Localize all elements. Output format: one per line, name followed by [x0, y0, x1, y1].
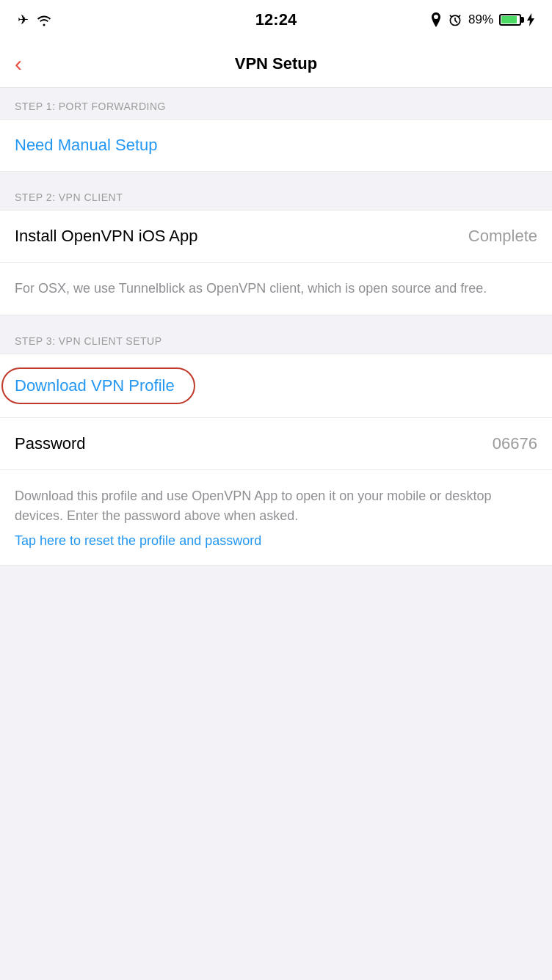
install-status-label: Complete [468, 227, 537, 246]
step2-description-text: For OSX, we use Tunnelblick as OpenVPN c… [15, 281, 487, 296]
step1-content-row[interactable]: Need Manual Setup [0, 119, 552, 172]
reset-profile-link[interactable]: Tap here to reset the profile and passwo… [15, 533, 537, 549]
status-right-icons: 89% [430, 12, 534, 27]
battery-icon [499, 14, 521, 26]
password-label: Password [15, 434, 86, 453]
battery-indicator [499, 14, 521, 26]
download-vpn-profile-container[interactable]: Download VPN Profile [15, 370, 175, 401]
install-openvpn-label: Install OpenVPN iOS App [15, 227, 197, 246]
back-button[interactable]: ‹ [15, 53, 22, 75]
nav-bar: ‹ VPN Setup [0, 40, 552, 88]
step1-section-header: STEP 1: PORT FORWARDING [0, 88, 552, 119]
download-vpn-profile-link[interactable]: Download VPN Profile [15, 376, 175, 395]
need-manual-setup-link[interactable]: Need Manual Setup [15, 136, 157, 154]
step2-header-text: STEP 2: VPN CLIENT [15, 191, 123, 203]
step3-description-text: Download this profile and use OpenVPN Ap… [15, 489, 491, 523]
alarm-icon [448, 12, 462, 27]
step2-install-row: Install OpenVPN iOS App Complete [0, 210, 552, 263]
status-left-icons: ✈ [18, 12, 52, 28]
wifi-icon [36, 13, 52, 26]
location-icon [430, 12, 442, 27]
battery-percent-label: 89% [468, 12, 493, 27]
status-bar: ✈ 12:24 89% [0, 0, 552, 40]
step3-header-text: STEP 3: VPN CLIENT SETUP [15, 335, 162, 347]
step2-description-row: For OSX, we use Tunnelblick as OpenVPN c… [0, 263, 552, 315]
step3-download-row[interactable]: Download VPN Profile [0, 354, 552, 418]
step1-header-text: STEP 1: PORT FORWARDING [15, 100, 166, 112]
step2-section-header: STEP 2: VPN CLIENT [0, 179, 552, 210]
battery-fill [501, 16, 517, 23]
step3-section-header: STEP 3: VPN CLIENT SETUP [0, 323, 552, 354]
page-title: VPN Setup [235, 54, 317, 73]
step3-description-row: Download this profile and use OpenVPN Ap… [0, 470, 552, 566]
airplane-icon: ✈ [18, 12, 29, 28]
password-value: 06676 [493, 434, 537, 453]
status-time: 12:24 [255, 10, 297, 29]
step3-password-row: Password 06676 [0, 418, 552, 470]
charging-icon [527, 13, 534, 26]
